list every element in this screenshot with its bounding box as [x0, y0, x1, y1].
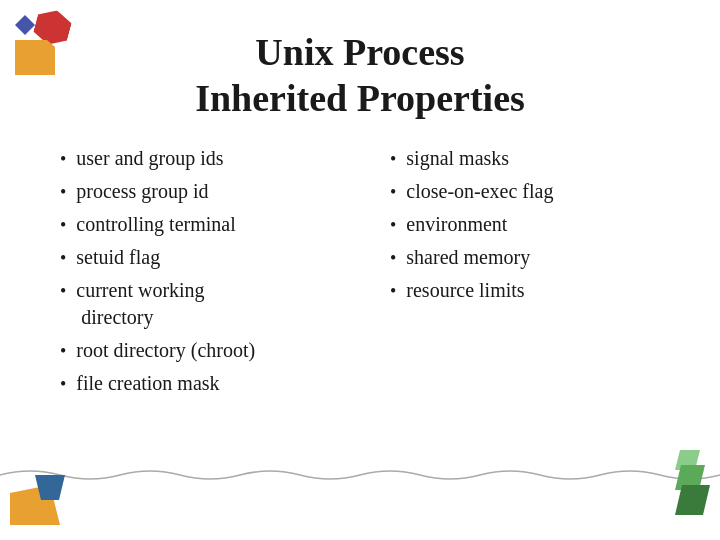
bullet-icon: •: [60, 180, 66, 204]
item-text: file creation mask: [76, 370, 219, 397]
item-text: process group id: [76, 178, 208, 205]
list-item: • root directory (chroot): [60, 337, 360, 364]
decoration-top-left: [10, 10, 90, 90]
item-text: root directory (chroot): [76, 337, 255, 364]
wave-decoration: [0, 465, 720, 485]
item-text: resource limits: [406, 277, 524, 304]
list-item: • process group id: [60, 178, 360, 205]
right-bullet-list: • signal masks • close-on-exec flag • en…: [390, 145, 690, 304]
title-area: Unix Process Inherited Properties: [30, 30, 690, 121]
slide-title: Unix Process Inherited Properties: [30, 30, 690, 121]
item-text: shared memory: [406, 244, 530, 271]
title-line2: Inherited Properties: [195, 77, 525, 119]
content-area: • user and group ids • process group id …: [60, 145, 690, 403]
bullet-icon: •: [390, 246, 396, 270]
bullet-icon: •: [390, 213, 396, 237]
left-bullet-list: • user and group ids • process group id …: [60, 145, 360, 397]
bullet-icon: •: [390, 279, 396, 303]
list-item: • controlling terminal: [60, 211, 360, 238]
decoration-bottom-right: [635, 465, 715, 535]
item-text: user and group ids: [76, 145, 223, 172]
list-item: • environment: [390, 211, 690, 238]
bullet-icon: •: [60, 246, 66, 270]
list-item: • file creation mask: [60, 370, 360, 397]
title-line1: Unix Process: [255, 31, 464, 73]
bullet-icon: •: [60, 339, 66, 363]
item-text: close-on-exec flag: [406, 178, 553, 205]
left-column: • user and group ids • process group id …: [60, 145, 370, 403]
bullet-icon: •: [60, 372, 66, 396]
item-text: signal masks: [406, 145, 509, 172]
slide: Unix Process Inherited Properties • user…: [0, 0, 720, 540]
item-text: environment: [406, 211, 507, 238]
list-item: • setuid flag: [60, 244, 360, 271]
list-item: • close-on-exec flag: [390, 178, 690, 205]
list-item: • user and group ids: [60, 145, 360, 172]
list-item: • current working directory: [60, 277, 360, 331]
bullet-icon: •: [60, 213, 66, 237]
list-item: • signal masks: [390, 145, 690, 172]
bullet-icon: •: [390, 180, 396, 204]
bullet-icon: •: [60, 279, 66, 303]
bullet-icon: •: [390, 147, 396, 171]
decoration-bottom-left: [5, 465, 95, 535]
list-item: • resource limits: [390, 277, 690, 304]
item-text: setuid flag: [76, 244, 160, 271]
right-column: • signal masks • close-on-exec flag • en…: [370, 145, 690, 403]
item-text: current working directory: [76, 277, 204, 331]
item-text: controlling terminal: [76, 211, 235, 238]
list-item: • shared memory: [390, 244, 690, 271]
bullet-icon: •: [60, 147, 66, 171]
